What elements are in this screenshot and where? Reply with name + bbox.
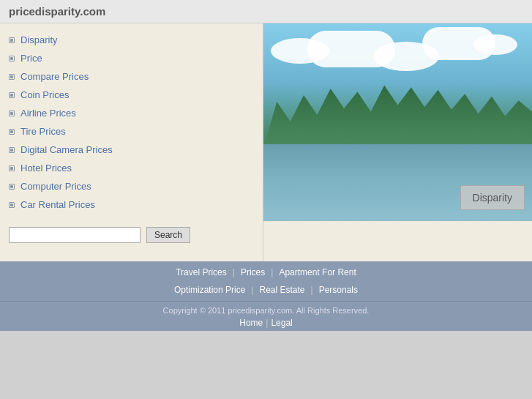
bottom-links-bar: Travel Prices | Prices | Apartment For R… bbox=[0, 261, 532, 301]
home-link[interactable]: Home bbox=[239, 318, 263, 328]
sidebar-item-label: Hotel Prices bbox=[20, 163, 72, 174]
apartment-for-rent-link[interactable]: Apartment For Rent bbox=[279, 267, 356, 277]
separator: | bbox=[233, 267, 235, 277]
footer-separator: | bbox=[266, 318, 268, 328]
travel-prices-link[interactable]: Travel Prices bbox=[176, 267, 227, 277]
sidebar-item-label: Coin Prices bbox=[20, 89, 69, 100]
sidebar-item-compare-prices[interactable]: Compare Prices bbox=[0, 67, 263, 86]
gray-background-area bbox=[0, 331, 532, 399]
sidebar-item-disparity[interactable]: Disparity bbox=[0, 31, 263, 49]
optimization-price-link[interactable]: Optimization Price bbox=[174, 285, 245, 295]
sidebar-item-label: Computer Prices bbox=[20, 181, 91, 192]
bullet-icon bbox=[9, 92, 15, 98]
bullet-icon bbox=[9, 129, 15, 135]
sidebar-item-airline-prices[interactable]: Airline Prices bbox=[0, 104, 263, 122]
bullet-icon bbox=[9, 165, 15, 171]
separator: | bbox=[271, 267, 273, 277]
image-panel: Disparity bbox=[263, 23, 532, 261]
bullet-icon bbox=[9, 184, 15, 190]
landscape-image: Disparity bbox=[263, 23, 532, 221]
sidebar-item-label: Compare Prices bbox=[20, 71, 89, 82]
real-estate-link[interactable]: Real Estate bbox=[259, 285, 304, 295]
bottom-row2: Optimization Price | Real Estate | Perso… bbox=[0, 281, 532, 301]
bullet-icon bbox=[9, 202, 15, 208]
sidebar: Disparity Price Compare Prices Coin Pric… bbox=[0, 23, 263, 261]
site-title: pricedisparity.com bbox=[9, 5, 105, 18]
sidebar-item-coin-prices[interactable]: Coin Prices bbox=[0, 86, 263, 104]
sidebar-item-price[interactable]: Price bbox=[0, 49, 263, 67]
bullet-icon bbox=[9, 111, 15, 116]
prices-link[interactable]: Prices bbox=[241, 267, 265, 277]
bullet-icon bbox=[9, 56, 15, 61]
search-input[interactable] bbox=[9, 227, 141, 243]
main-wrapper: Disparity Price Compare Prices Coin Pric… bbox=[0, 23, 532, 261]
sidebar-item-hotel-prices[interactable]: Hotel Prices bbox=[0, 159, 263, 177]
bullet-icon bbox=[9, 37, 15, 43]
cloud-decoration bbox=[422, 27, 495, 60]
bullet-icon bbox=[9, 147, 15, 153]
copyright-text: Copyright © 2011 pricedisparity.com. All… bbox=[0, 306, 532, 315]
sidebar-item-car-rental-prices[interactable]: Car Rental Prices bbox=[0, 195, 263, 214]
separator: | bbox=[311, 285, 313, 295]
disparity-overlay-button[interactable]: Disparity bbox=[460, 185, 525, 210]
search-button[interactable]: Search bbox=[146, 227, 190, 243]
sidebar-item-tire-prices[interactable]: Tire Prices bbox=[0, 122, 263, 141]
footer-links: Home | Legal bbox=[0, 318, 532, 328]
sidebar-item-label: Car Rental Prices bbox=[20, 199, 95, 210]
site-footer: Copyright © 2011 pricedisparity.com. All… bbox=[0, 301, 532, 331]
sidebar-item-label: Digital Camera Prices bbox=[20, 144, 113, 155]
search-area: Search bbox=[0, 214, 263, 254]
sidebar-item-label: Price bbox=[20, 53, 42, 64]
personals-link[interactable]: Personals bbox=[319, 285, 358, 295]
sidebar-item-computer-prices[interactable]: Computer Prices bbox=[0, 177, 263, 195]
sidebar-item-digital-camera-prices[interactable]: Digital Camera Prices bbox=[0, 141, 263, 159]
bottom-row1: Travel Prices | Prices | Apartment For R… bbox=[0, 261, 532, 281]
legal-link[interactable]: Legal bbox=[271, 318, 292, 328]
site-header: pricedisparity.com bbox=[0, 0, 532, 23]
bullet-icon bbox=[9, 74, 15, 80]
sidebar-item-label: Tire Prices bbox=[20, 126, 66, 137]
sidebar-item-label: Disparity bbox=[20, 34, 58, 45]
separator: | bbox=[251, 285, 253, 295]
sidebar-item-label: Airline Prices bbox=[20, 108, 76, 119]
tree-decoration bbox=[263, 82, 532, 148]
